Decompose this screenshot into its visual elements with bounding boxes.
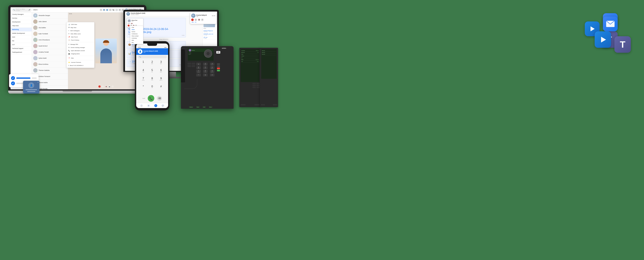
wb-dropdown[interactable]: Web ▾: [32, 9, 38, 11]
ccm-show-contact[interactable]: Show contact: [130, 35, 143, 37]
dialpad-key-hash[interactable]: #: [157, 85, 165, 92]
pk-hash[interactable]: #: [210, 73, 214, 76]
ccm-conference[interactable]: Conference: [130, 33, 143, 35]
dialpad-key-star[interactable]: *: [140, 85, 147, 92]
ccm-chat[interactable]: Chat: [130, 26, 143, 29]
user-icon[interactable]: 👤: [103, 9, 105, 11]
ccm-screen[interactable]: Screen: [130, 31, 143, 33]
sidebar-item-sat[interactable]: SAT: [10, 43, 32, 47]
email-app-button[interactable]: [603, 17, 618, 31]
phone-call-circle[interactable]: 📞: [148, 95, 154, 102]
pbb-contacts-icon[interactable]: 📋: [140, 104, 143, 107]
contact-row[interactable]: Aila Daileko: [32, 25, 68, 31]
dialpad-key-8[interactable]: 8 TUV: [148, 77, 156, 84]
dialpad-key-9[interactable]: 9 WXYZ: [157, 77, 165, 84]
ccm-web[interactable]: Web: [130, 39, 143, 41]
menu-item-cdr[interactable]: 📊 CDR-View: [66, 23, 94, 26]
search-bar[interactable]: 🔍 Search or dial a number 🎤: [12, 8, 32, 12]
menu-item-edit-colleagues[interactable]: ✏ Edit Colleagues: [66, 29, 94, 32]
cw-mute-btn[interactable]: 🔇: [198, 19, 200, 21]
pause-btn[interactable]: ⏸: [102, 85, 104, 88]
contact-row[interactable]: Therese Galetzka: [32, 67, 68, 73]
contact-row[interactable]: Julia Cabreni: [32, 19, 68, 25]
em-button[interactable]: [256, 85, 260, 86]
pk-9[interactable]: 9WXYZ: [210, 70, 214, 73]
phone-nav-circle[interactable]: [204, 49, 212, 58]
crp-file-3[interactable]: 105_wa... 1.5 MB: [204, 36, 216, 40]
sidebar-item-test-dept[interactable]: TestDepartment: [10, 50, 32, 54]
phone-icon[interactable]: 📞: [112, 9, 115, 11]
video-app-button[interactable]: [595, 31, 611, 48]
func-btn[interactable]: [192, 63, 195, 65]
close-button[interactable]: ×: [38, 81, 38, 83]
pbb-info-icon[interactable]: ⊙: [147, 104, 150, 107]
chat-icon[interactable]: 💬: [109, 9, 112, 11]
ccm-continuity[interactable]: Continuity: [130, 37, 143, 39]
pk-7[interactable]: 7PQRS: [196, 70, 201, 73]
clock-icon[interactable]: 🕐: [116, 9, 118, 11]
menu-item-license[interactable]: ⭐ License Premium: [66, 61, 94, 64]
sidebar-item-tech-support[interactable]: Technical Support: [10, 47, 32, 50]
pk-5[interactable]: 5JKL: [203, 66, 208, 69]
answer-btn[interactable]: [217, 70, 220, 71]
vol-btn[interactable]: [217, 63, 220, 65]
contact-row[interactable]: Sylvia Hoelsl: [32, 55, 68, 61]
contacts-icon[interactable]: 👥: [106, 9, 108, 11]
em2-nav-btn[interactable]: [261, 104, 265, 105]
dialpad-key-6[interactable]: 6 MNO: [157, 69, 165, 76]
pk-1[interactable]: 1: [196, 63, 201, 66]
menu-item-postit-history[interactable]: 📋 Post-It History: [66, 39, 94, 42]
dialpad-key-7[interactable]: 7 PQRS: [140, 77, 147, 84]
menu-item-attendant[interactable]: 📞 Open attendant console: [66, 49, 94, 52]
crp-file-2[interactable]: 54800696_price.xlsx 17.1 KB: [204, 33, 216, 36]
contact-row[interactable]: Sarah BASILE: [32, 43, 68, 49]
ccm-any[interactable]: Any: [130, 41, 143, 44]
dialpad-key-4[interactable]: 4 GHI: [140, 69, 147, 76]
menu-item-fax[interactable]: 📠 Outgoing faxes: [66, 52, 94, 55]
dialpad-key-0[interactable]: 0 +: [148, 85, 156, 92]
cw-more-btn[interactable]: ▾: [201, 19, 204, 21]
func-btn[interactable]: [188, 63, 191, 65]
phone-delete-btn[interactable]: ⌫: [157, 96, 162, 101]
sidebar-item-helpdesk[interactable]: Help Desk: [10, 24, 32, 28]
em-button[interactable]: [256, 87, 260, 88]
menu-item-about[interactable]: ℹ About 5.02.20250610.2: [66, 64, 94, 67]
soft-key-book[interactable]: Book: [196, 106, 200, 108]
cw-hold-btn[interactable]: ⏸: [194, 19, 197, 21]
pk-0[interactable]: 0: [203, 73, 208, 76]
sidebar-item-marketing[interactable]: Marketing: [10, 28, 32, 32]
func-btn[interactable]: [188, 65, 191, 67]
soft-key-history[interactable]: History: [189, 106, 193, 108]
contact-row[interactable]: Katie Trombetti: [32, 31, 68, 37]
pk-3[interactable]: 3DEF: [210, 63, 214, 66]
fullscreen-btn[interactable]: ⛶: [112, 85, 114, 88]
pk-star[interactable]: *: [196, 73, 201, 76]
contact-row[interactable]: A Alexandre Daugas: [32, 13, 68, 19]
teams-app-button[interactable]: T: [614, 36, 631, 53]
em-vol-btn[interactable]: [254, 104, 260, 105]
menu-item-hide-offline[interactable]: 👁 Hide offline users: [66, 32, 94, 35]
contact-row[interactable]: Annalisa Toniatti: [32, 49, 68, 55]
pbb-chat-icon[interactable]: 💬: [161, 104, 164, 107]
dialpad-key-2[interactable]: 2 ABC: [148, 61, 156, 68]
em-button[interactable]: [252, 83, 256, 84]
hangup-btn[interactable]: 📞: [128, 25, 130, 27]
sidebar-item-noc[interactable]: NOC: [10, 35, 32, 39]
em-button[interactable]: [256, 83, 260, 84]
sidebar-item-rd[interactable]: RD: [10, 39, 32, 43]
pk-6[interactable]: 6MNO: [210, 66, 214, 69]
em2-vol-btn[interactable]: [273, 104, 277, 105]
soft-key-dnd[interactable]: DND: [202, 106, 206, 108]
contact-row[interactable]: Anne Zhuravlyova: [32, 37, 68, 43]
pk-2[interactable]: 2ABC: [203, 63, 208, 66]
pbb-dialpad-icon[interactable]: ⠿: [154, 104, 157, 107]
menu-item-screen-sharing[interactable]: 🖥 Screen sharing manager: [66, 46, 94, 49]
em-button[interactable]: [252, 87, 256, 88]
menu-item-manage-pbx[interactable]: ⚙ Manage PBX: [66, 43, 94, 46]
end-btn[interactable]: [217, 68, 220, 69]
settings-icon[interactable]: ⚙: [118, 9, 121, 11]
dialpad-key-5[interactable]: 5 JKL: [148, 69, 156, 76]
sidebar-item-country-managers[interactable]: Country Managers: [10, 13, 32, 16]
em-nav-btn[interactable]: [241, 104, 246, 105]
contact-row[interactable]: Elena Kornilova: [32, 61, 68, 67]
